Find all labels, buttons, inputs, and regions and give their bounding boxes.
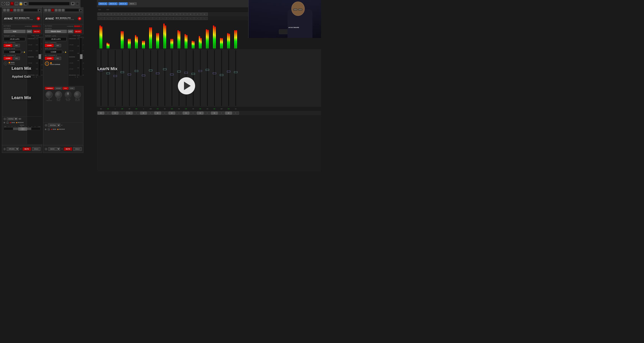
routing-dropdown-right[interactable]: ▼ [61, 124, 62, 126]
fader-handle-4[interactable] [128, 74, 131, 75]
mix-btn-all-right[interactable]: MIX [54, 57, 61, 60]
mute-btn-right[interactable]: MUTE [64, 147, 72, 150]
power-btn[interactable]: ⏻ [2, 2, 5, 5]
rec-btn[interactable]: R [10, 2, 14, 5]
screen-btn[interactable]: ⊞ [76, 2, 79, 5]
fader-handle-3[interactable] [120, 71, 124, 73]
routing-dropdown-bottom-right[interactable]: ▼ [61, 148, 63, 150]
menu-btn[interactable]: ▼ [71, 2, 74, 5]
fine-trim-thumb-left[interactable] [38, 54, 41, 59]
sm-btn-10[interactable]: S [166, 13, 173, 16]
sm-btn-4[interactable]: S [125, 13, 132, 16]
ptr-w[interactable] [55, 9, 58, 12]
solo-btn-left[interactable]: SOLO [32, 147, 40, 151]
fader-handle-11[interactable] [177, 71, 181, 72]
rw-btn-3[interactable]: R [119, 112, 126, 114]
play-button[interactable] [178, 77, 195, 94]
rw-btn-19[interactable]: R [232, 112, 239, 114]
sm-btn-6[interactable]: S [139, 13, 146, 16]
fader-handle-19[interactable] [234, 71, 238, 73]
target-lufs-value-right[interactable]: -25.00 LUFS [45, 37, 66, 41]
mixer-tab-4[interactable]: Mix M... [128, 2, 137, 5]
pt-btn1[interactable] [3, 9, 6, 12]
mixer-tab-2[interactable]: Mix M...th [108, 2, 118, 5]
sm-btn-7[interactable]: M [146, 13, 152, 16]
el-btn-13[interactable]: L [187, 17, 194, 20]
mute-btn-left[interactable]: MUTE [22, 147, 31, 150]
save-btn-left[interactable]: SAVE [26, 30, 32, 33]
fine-trim-fader-right[interactable] [80, 38, 82, 76]
fine-trim-fader-left[interactable] [38, 38, 41, 76]
write-btn[interactable]: W [15, 2, 18, 5]
mixer-tab-1[interactable]: Mix M...th [98, 2, 108, 5]
routing-bottom-right[interactable]: BASS [48, 147, 60, 151]
rw-btn-0[interactable]: W [98, 112, 104, 114]
routing-select-left[interactable]: K/S/Tom [7, 118, 18, 120]
fader-handle-8[interactable] [156, 72, 160, 74]
info-btn-right[interactable]: i [45, 124, 47, 126]
rw-btn-16[interactable]: W [211, 112, 218, 114]
rw-btn-5[interactable]: R [133, 112, 140, 114]
info-btn-bottom-right[interactable]: i [45, 148, 47, 150]
sm-btn-9[interactable]: M [160, 13, 166, 16]
rw-btn-8[interactable]: W [154, 112, 161, 114]
target-lufs-value-left[interactable]: -25.00 LUFS [4, 37, 25, 41]
el-btn-1[interactable]: L [104, 17, 111, 20]
pt-btn2[interactable] [7, 9, 10, 12]
rw-btn-6[interactable]: W [140, 112, 147, 114]
sm-btn-3[interactable]: M [118, 13, 125, 16]
fader-handle-0[interactable] [99, 70, 103, 71]
sm-btn-1[interactable]: M [104, 13, 111, 16]
fader-handle-17[interactable] [220, 74, 223, 76]
ptr-rec[interactable]: R [51, 9, 54, 12]
range-knob[interactable] [55, 91, 62, 98]
release-knob[interactable] [74, 91, 81, 98]
send-text-left[interactable]: SEND [11, 122, 15, 123]
rw-btn-17[interactable]: R [218, 112, 225, 114]
compress-btn-right[interactable]: COMPRESS [45, 87, 54, 90]
fader-handle-10[interactable] [170, 74, 174, 75]
rw-btn-18[interactable]: W [225, 112, 232, 114]
el-btn-4[interactable]: e [125, 17, 132, 20]
info-btn-left[interactable]: i [4, 118, 6, 120]
sm-btn-14[interactable]: S [194, 13, 201, 16]
sync-btn-right[interactable]: SYNC [69, 87, 75, 90]
ptr-arr[interactable] [62, 9, 64, 12]
rw-btn-14[interactable]: W [197, 112, 204, 114]
rw-btn-9[interactable]: R [162, 112, 168, 114]
fader-handle-12[interactable] [184, 72, 188, 74]
pt-arr[interactable] [20, 9, 23, 12]
el-btn-5[interactable]: L [132, 17, 139, 20]
sm-btn-13[interactable]: M [187, 13, 194, 16]
fader-handle-7[interactable] [149, 70, 152, 71]
pt-rec[interactable]: R [10, 9, 13, 12]
info-btn-bottom-left[interactable]: i [4, 148, 6, 150]
el-btn-12[interactable]: e [180, 17, 187, 20]
el-btn-2[interactable]: e [111, 17, 118, 20]
el-btn-9[interactable]: L [160, 17, 166, 20]
rw-btn-2[interactable]: W [112, 112, 118, 114]
plugin-power-left[interactable]: ⏻ [36, 17, 40, 20]
ptr-menu[interactable]: ▼ [79, 9, 82, 12]
routing-dropdown-bottom-left[interactable]: ▼ [20, 148, 22, 150]
rw-btn-12[interactable]: W [183, 112, 189, 114]
ptr-btn2[interactable] [48, 9, 50, 12]
sm-btn-8[interactable]: S [153, 13, 160, 16]
receive-text-left[interactable]: RECEIVE [18, 122, 24, 123]
routing-bottom-left[interactable]: DRUMS [7, 147, 19, 151]
learn-btn-all-left[interactable]: LEARN [4, 57, 12, 60]
free-btn-right[interactable]: FREE [63, 87, 68, 90]
el-btn-6[interactable]: e [139, 17, 146, 20]
mix-btn-this-left[interactable]: MIX [13, 44, 20, 47]
el-btn-7[interactable]: L [146, 17, 152, 20]
applied-gain-value-left[interactable]: 0.00dB [4, 50, 21, 54]
fader-handle-6[interactable] [142, 74, 145, 76]
plugin-power-right[interactable]: ⏻ [78, 17, 81, 20]
source-input-right[interactable] [45, 30, 67, 33]
pt-lock[interactable] [17, 9, 20, 12]
rw-btn-11[interactable]: R [176, 112, 182, 114]
delete-btn-right[interactable]: DELETE [74, 30, 82, 33]
routing-select-right[interactable]: K/S/Tom [48, 124, 60, 127]
fine-trim-thumb-right[interactable] [80, 54, 82, 59]
rw-btn-13[interactable]: R [190, 112, 196, 114]
